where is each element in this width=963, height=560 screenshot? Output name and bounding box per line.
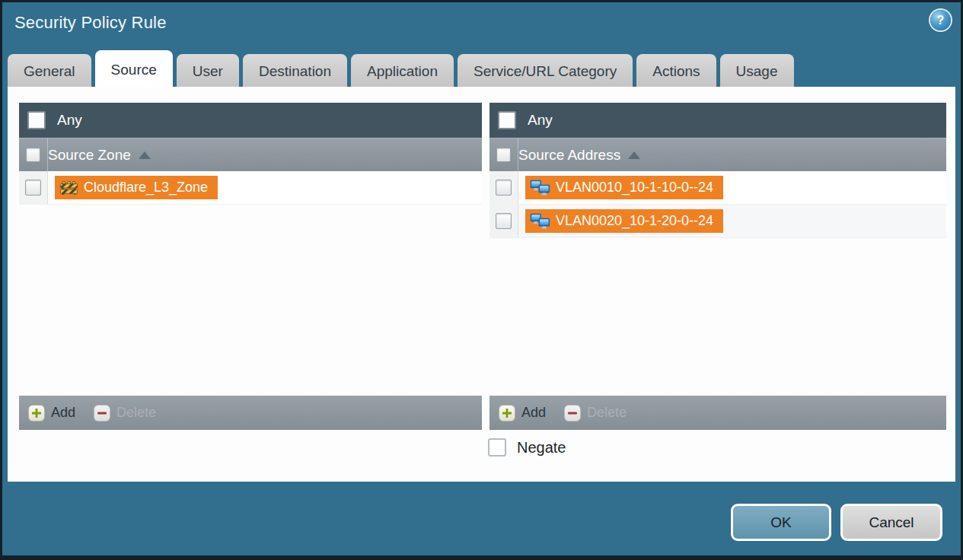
address-item-label: VLAN0010_10-1-10-0--24 <box>556 180 713 196</box>
row-checkbox-cell <box>19 171 48 204</box>
delete-button-label: Delete <box>116 405 156 421</box>
source-address-any-row: Any <box>489 103 946 138</box>
source-address-panel: Any Source Address <box>489 103 946 430</box>
delete-icon <box>564 405 581 422</box>
tab-bar: General Source User Destination Applicat… <box>8 50 794 89</box>
source-zone-any-row: Any <box>19 103 482 138</box>
address-item[interactable]: VLAN0020_10-1-20-0--24 <box>525 209 723 233</box>
add-address-button[interactable]: Add <box>499 405 546 422</box>
source-zone-any-checkbox[interactable] <box>27 111 46 129</box>
source-address-any-checkbox[interactable] <box>498 111 516 129</box>
help-icon[interactable]: ? <box>930 10 951 30</box>
source-zone-list: Cloudflare_L3_Zone <box>19 171 482 396</box>
tab-application[interactable]: Application <box>351 54 454 89</box>
negate-checkbox[interactable] <box>488 438 506 457</box>
dialog-title: Security Policy Rule <box>14 13 167 33</box>
add-button-label: Add <box>521 405 546 421</box>
tab-service-url-category[interactable]: Service/URL Category <box>458 54 633 89</box>
zone-row-checkbox[interactable] <box>25 180 41 196</box>
negate-label: Negate <box>517 439 566 457</box>
sort-ascending-icon <box>628 151 640 159</box>
negate-row: Negate <box>488 438 566 457</box>
source-address-select-all-checkbox[interactable] <box>496 148 511 162</box>
source-zone-select-all-checkbox[interactable] <box>26 148 40 162</box>
tab-source[interactable]: Source <box>95 50 173 89</box>
row-checkbox-cell <box>489 205 518 237</box>
source-tab-content: Any Source Zone <box>8 87 955 482</box>
network-address-icon <box>530 180 550 196</box>
add-zone-button[interactable]: Add <box>28 405 75 422</box>
add-icon <box>499 405 515 422</box>
row-checkbox-cell <box>489 171 518 204</box>
delete-zone-button[interactable]: Delete <box>94 405 156 422</box>
table-row: Cloudflare_L3_Zone <box>19 171 482 205</box>
source-address-column-header[interactable]: Source Address <box>489 138 946 171</box>
delete-button-label: Delete <box>587 405 627 421</box>
security-policy-rule-dialog: Security Policy Rule ? General Source Us… <box>0 0 963 560</box>
ok-button[interactable]: OK <box>731 504 831 541</box>
source-address-any-label: Any <box>528 112 553 129</box>
dialog-titlebar: Security Policy Rule ? <box>2 2 961 48</box>
address-row-checkbox[interactable] <box>496 180 512 196</box>
tab-general[interactable]: General <box>8 54 91 89</box>
address-item-label: VLAN0020_10-1-20-0--24 <box>556 213 713 229</box>
tab-user[interactable]: User <box>177 54 239 89</box>
source-zone-column-header[interactable]: Source Zone <box>19 138 482 171</box>
network-address-icon <box>530 213 550 229</box>
source-address-footer: Add Delete <box>489 396 946 430</box>
sort-ascending-icon <box>139 151 151 159</box>
zone-item[interactable]: Cloudflare_L3_Zone <box>55 176 218 199</box>
source-address-list: VLAN0010_10-1-10-0--24 <box>489 171 946 396</box>
delete-icon <box>94 405 110 422</box>
tab-destination[interactable]: Destination <box>243 54 347 89</box>
source-zone-column-title: Source Zone <box>48 147 131 164</box>
cancel-button[interactable]: Cancel <box>840 504 942 541</box>
source-zone-panel: Any Source Zone <box>19 103 482 430</box>
source-address-select-all-cell <box>489 138 518 171</box>
delete-address-button[interactable]: Delete <box>564 405 627 422</box>
address-row-checkbox[interactable] <box>496 213 512 229</box>
zone-icon <box>59 180 78 196</box>
source-zone-select-all-cell <box>19 138 48 171</box>
add-icon <box>28 405 45 422</box>
tab-actions[interactable]: Actions <box>636 54 716 89</box>
add-button-label: Add <box>51 405 75 421</box>
source-address-column-title: Source Address <box>518 147 620 164</box>
zone-item-label: Cloudflare_L3_Zone <box>84 180 208 196</box>
table-row: VLAN0020_10-1-20-0--24 <box>489 205 946 238</box>
table-row: VLAN0010_10-1-10-0--24 <box>489 171 946 205</box>
tab-usage[interactable]: Usage <box>720 54 794 89</box>
address-item[interactable]: VLAN0010_10-1-10-0--24 <box>525 176 723 199</box>
source-zone-footer: Add Delete <box>19 396 482 430</box>
source-zone-any-label: Any <box>57 112 82 129</box>
